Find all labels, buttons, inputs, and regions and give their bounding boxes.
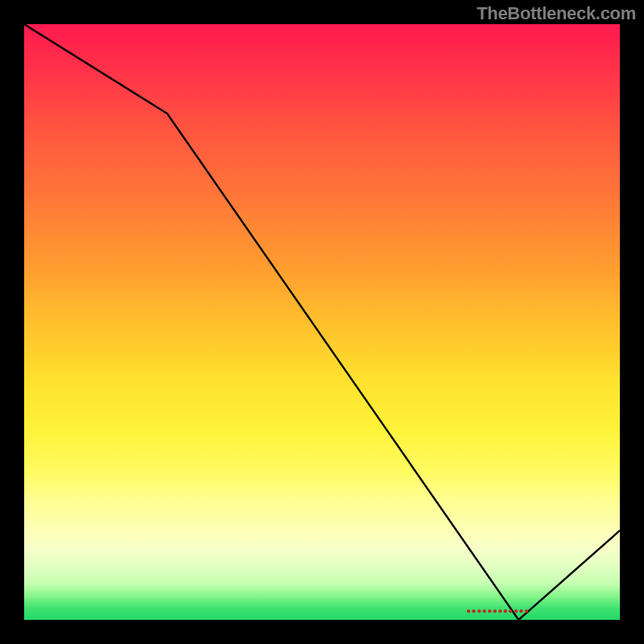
watermark-text: TheBottleneck.com xyxy=(477,3,636,24)
chart-frame: TheBottleneck.com ●●●●●●●●●●●● xyxy=(0,0,644,644)
plot-area: ●●●●●●●●●●●● xyxy=(24,24,620,620)
line-svg xyxy=(24,24,620,620)
bottleneck-curve-path xyxy=(24,24,620,620)
optimum-marker: ●●●●●●●●●●●● xyxy=(465,606,530,615)
